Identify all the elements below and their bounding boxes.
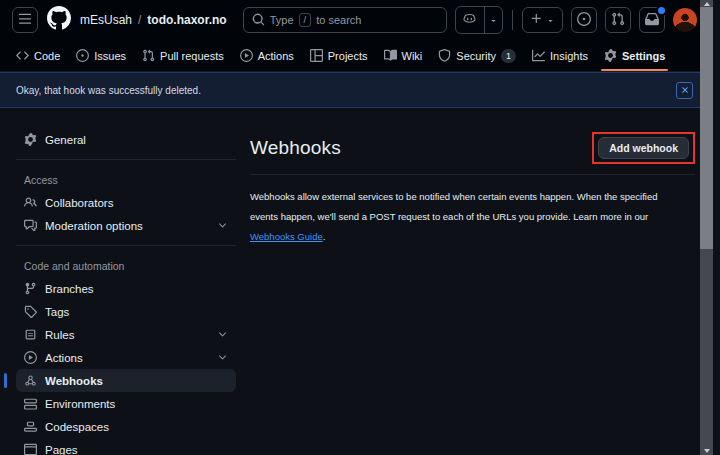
hamburger-icon [18, 12, 32, 29]
rows-icon [24, 397, 37, 410]
add-webhook-button[interactable]: Add webhook [598, 137, 689, 159]
tab-pull-requests[interactable]: Pull requests [134, 40, 232, 71]
browser-icon [24, 443, 37, 455]
search-placeholder-prefix: Type [270, 14, 294, 26]
unread-notification-dot [656, 5, 667, 16]
rules-icon [24, 328, 37, 341]
close-banner-button[interactable] [676, 82, 693, 99]
page-header: Webhooks Add webhook [250, 132, 695, 164]
sidebar-item-general[interactable]: General [16, 128, 236, 151]
gear-icon [604, 49, 617, 62]
shield-icon [438, 49, 451, 62]
tab-code[interactable]: Code [8, 40, 68, 71]
webhooks-description: Webhooks allow external services to be n… [250, 187, 695, 247]
sidebar-item-moderation-options[interactable]: Moderation options [16, 214, 236, 237]
inbox-button[interactable] [639, 7, 665, 33]
sidebar-item-actions[interactable]: Actions [16, 346, 236, 369]
sidebar-section-label-access: Access [16, 168, 236, 191]
tab-wiki[interactable]: Wiki [376, 40, 431, 71]
window-scrollbar[interactable] [700, 0, 713, 455]
top-navigation-bar: mEsUsah / todo.haxor.no Type / to search [0, 0, 707, 40]
webhooks-guide-link[interactable]: Webhooks Guide [250, 231, 323, 242]
scroll-down-arrow[interactable] [700, 447, 713, 454]
settings-sidebar: GeneralAccessCollaboratorsModeration opt… [0, 108, 244, 454]
sidebar-item-environments[interactable]: Environments [16, 392, 236, 415]
graph-icon [532, 49, 545, 62]
github-logo[interactable] [46, 7, 72, 33]
header-divider [512, 10, 513, 30]
table-icon [310, 49, 323, 62]
hamburger-menu-button[interactable] [12, 7, 38, 33]
tab-projects[interactable]: Projects [302, 40, 376, 71]
comment-discussion-icon [24, 219, 37, 232]
description-line: events happen, we'll send a POST request… [250, 207, 695, 227]
copilot-button[interactable] [456, 7, 485, 33]
flash-notice-banner: Okay, that hook was successfully deleted… [0, 72, 707, 108]
tag-icon [24, 305, 37, 318]
gear-icon [24, 133, 37, 146]
scroll-up-arrow[interactable] [700, 0, 713, 7]
tab-actions[interactable]: Actions [232, 40, 302, 71]
repository-tabs: CodeIssuesPull requestsActionsProjectsWi… [0, 40, 707, 72]
breadcrumb-separator: / [138, 13, 141, 27]
codespaces-icon [24, 420, 37, 433]
page-title: Webhooks [250, 137, 341, 159]
sidebar-item-branches[interactable]: Branches [16, 277, 236, 300]
sidebar-divider [16, 159, 236, 160]
git-branch-icon [24, 282, 37, 295]
search-input[interactable]: Type / to search [243, 7, 447, 33]
copilot-button-group [455, 6, 503, 34]
issue-opened-icon [577, 12, 591, 29]
breadcrumb: mEsUsah / todo.haxor.no [80, 13, 227, 27]
chevron-down-icon [217, 329, 228, 340]
book-icon [384, 49, 397, 62]
copilot-icon [463, 12, 476, 28]
tab-settings[interactable]: Settings [596, 40, 673, 71]
plus-icon [530, 12, 543, 28]
description-line: Webhooks allow external services to be n… [250, 187, 695, 207]
git-pull-request-icon [611, 12, 625, 29]
triangle-down-icon [489, 13, 498, 28]
sidebar-section-label-code-and-automation: Code and automation [16, 254, 236, 277]
sidebar-item-collaborators[interactable]: Collaborators [16, 191, 236, 214]
pull-requests-button[interactable] [605, 7, 631, 33]
webhook-icon [24, 374, 37, 387]
user-avatar[interactable] [673, 8, 697, 32]
play-icon [240, 49, 253, 62]
sidebar-item-pages[interactable]: Pages [16, 438, 236, 455]
create-new-button[interactable] [522, 7, 563, 33]
copilot-menu-button[interactable] [485, 7, 502, 33]
sidebar-divider [16, 245, 236, 246]
search-icon [252, 13, 265, 28]
tab-insights[interactable]: Insights [524, 40, 596, 71]
github-mark-icon [47, 6, 71, 34]
triangle-down-icon [546, 13, 555, 28]
sidebar-item-webhooks[interactable]: Webhooks [16, 369, 236, 392]
settings-layout: GeneralAccessCollaboratorsModeration opt… [0, 108, 707, 454]
close-icon [680, 83, 690, 98]
code-icon [16, 49, 29, 62]
slash-key-hint: / [299, 13, 312, 27]
annotation-highlight-box: Add webhook [592, 132, 695, 164]
github-repository-settings-page: mEsUsah / todo.haxor.no Type / to search… [0, 0, 707, 455]
sidebar-item-codespaces[interactable]: Codespaces [16, 415, 236, 438]
breadcrumb-repo[interactable]: todo.haxor.no [147, 13, 226, 27]
issue-opened-icon [76, 49, 89, 62]
description-period: . [323, 231, 326, 242]
scrollbar-thumb[interactable] [700, 7, 713, 249]
settings-content: Webhooks Add webhook Webhooks allow exte… [244, 108, 707, 454]
issues-button[interactable] [571, 7, 597, 33]
section-divider [250, 174, 695, 175]
chevron-down-icon [217, 352, 228, 363]
sidebar-item-rules[interactable]: Rules [16, 323, 236, 346]
sidebar-item-tags[interactable]: Tags [16, 300, 236, 323]
chevron-down-icon [217, 220, 228, 231]
flash-message: Okay, that hook was successfully deleted… [16, 85, 201, 96]
play-icon [24, 351, 37, 364]
search-placeholder-suffix: to search [316, 14, 361, 26]
tab-security[interactable]: Security1 [430, 40, 524, 71]
git-pull-request-icon [142, 49, 155, 62]
tab-issues[interactable]: Issues [68, 40, 134, 71]
breadcrumb-owner[interactable]: mEsUsah [80, 13, 132, 27]
description-line: Webhooks Guide. [250, 227, 695, 247]
